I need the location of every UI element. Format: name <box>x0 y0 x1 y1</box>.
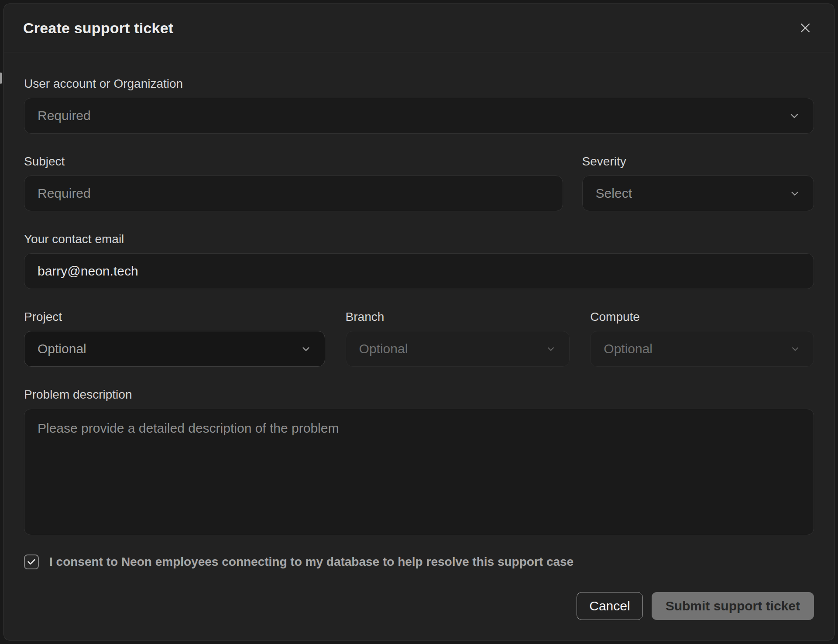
account-label: User account or Organization <box>24 77 814 91</box>
account-select-value: Required <box>38 108 91 123</box>
project-select-value: Optional <box>38 341 86 356</box>
background-scrollbar-thumb <box>0 72 2 84</box>
chevron-down-icon <box>546 344 556 354</box>
compute-select-value: Optional <box>604 341 653 356</box>
description-label: Problem description <box>24 388 814 402</box>
problem-description-textarea[interactable] <box>24 409 814 535</box>
project-label: Project <box>24 310 325 324</box>
contact-email-input[interactable] <box>24 253 814 289</box>
chevron-down-icon <box>300 343 312 355</box>
project-select[interactable]: Optional <box>24 331 325 367</box>
submit-support-ticket-button[interactable]: Submit support ticket <box>652 592 814 620</box>
branch-select[interactable]: Optional <box>346 331 570 367</box>
close-icon <box>798 21 813 35</box>
branch-label: Branch <box>346 310 570 324</box>
severity-select-value: Select <box>596 186 632 201</box>
subject-input[interactable] <box>24 176 563 211</box>
dialog-header: Create support ticket <box>4 4 834 52</box>
check-icon <box>27 557 36 567</box>
chevron-down-icon <box>788 110 800 122</box>
severity-label: Severity <box>582 155 814 169</box>
chevron-down-icon <box>790 344 800 354</box>
consent-checkbox[interactable] <box>24 554 39 569</box>
email-label: Your contact email <box>24 232 814 246</box>
account-select[interactable]: Required <box>24 98 814 134</box>
branch-select-value: Optional <box>359 341 408 356</box>
compute-select[interactable]: Optional <box>590 331 814 367</box>
compute-label: Compute <box>590 310 814 324</box>
chevron-down-icon <box>789 188 800 199</box>
dialog-title: Create support ticket <box>23 20 173 37</box>
cancel-button[interactable]: Cancel <box>577 592 642 620</box>
subject-label: Subject <box>24 155 563 169</box>
create-support-ticket-dialog: Create support ticket User account or Or… <box>3 3 835 641</box>
dialog-body: User account or Organization Required Su… <box>4 52 834 637</box>
severity-select[interactable]: Select <box>582 176 814 211</box>
consent-label: I consent to Neon employees connecting t… <box>49 555 574 569</box>
close-button[interactable] <box>796 18 815 38</box>
